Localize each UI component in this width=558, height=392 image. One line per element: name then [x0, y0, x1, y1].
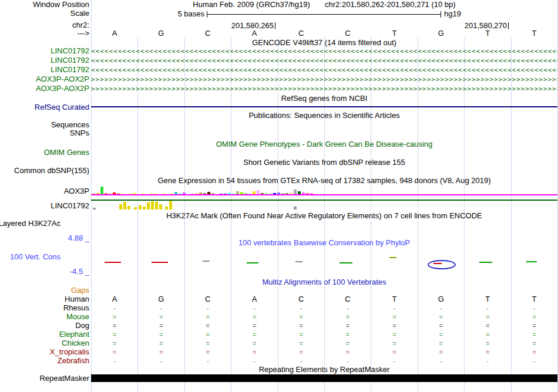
gtex-tissue-bar[interactable] [159, 204, 162, 209]
multiz-alignment-cell: = [278, 330, 325, 339]
multiz-alignment-cell: = [278, 313, 325, 321]
gtex-tissue-bar[interactable] [119, 204, 122, 209]
gencode-item-strand-row[interactable]: <<<<<<<<<<<<<<<<<<<<<<<<<<<<<<<<<<<<<<<<… [91, 47, 557, 56]
multiz-alignment-cell: = [464, 322, 511, 330]
phylop-tick[interactable] [152, 262, 168, 263]
phylop-track-header[interactable]: 100 vertebrates Basewise Conservation by… [91, 239, 557, 247]
gencode-item-label[interactable]: LINC01792 [51, 56, 89, 65]
gencode-track-header[interactable]: GENCODE V49lift37 (14 items filtered out… [91, 39, 557, 47]
multiz-alignment-cell: = [324, 330, 371, 339]
phylop-tick[interactable] [526, 261, 537, 262]
multiz-alignment-cell: = [464, 348, 511, 356]
multiz-alignment-cell: - [464, 357, 511, 365]
repeatmasker-label[interactable]: RepeatMasker [39, 374, 89, 383]
gencode-item-strand-row[interactable]: <<<<<<<<<<<<<<<<<<<<<<<<<<<<<<<<<<<<<<<<… [91, 56, 557, 65]
gencode-item-strand-row[interactable]: >>>>>>>>>>>>>>>>>>>>>>>>>>>>>>>>>>>>>>>>… [91, 85, 557, 93]
repeatmasker-element-bar[interactable] [91, 374, 557, 382]
multiz-alignment-cell: C [324, 295, 371, 303]
ruler-base: C [184, 29, 231, 38]
multiz-alignment-cell: = [184, 322, 231, 330]
multiz-alignment-cell: = [511, 330, 558, 339]
multiz-species-label[interactable]: Chicken [62, 339, 89, 347]
gencode-item-label[interactable]: LINC01792 [51, 47, 89, 55]
multiz-species-label[interactable]: Zebrafish [58, 357, 89, 365]
multiz-alignment-cell: = [91, 348, 138, 356]
refseq-track-header[interactable]: RefSeq genes from NCBI [91, 94, 557, 103]
multiz-alignment-cell: = [511, 339, 558, 347]
multiz-alignment-cell: = [464, 339, 511, 347]
phylop-tick[interactable] [389, 257, 396, 258]
multiz-species-label[interactable]: Mouse [66, 313, 89, 321]
range-title: chr2:201,580,262-201,580,271 (10 bp) [325, 0, 456, 9]
coordinate-left-tick [275, 22, 275, 29]
gtex-linc01792-gene-line[interactable] [91, 200, 557, 201]
gtex-tissue-bar[interactable] [123, 202, 126, 209]
gencode-item-label[interactable]: AOX3P-AOX2P [36, 75, 89, 83]
multiz-species-label[interactable]: X_tropicalis [50, 348, 89, 356]
h3k27ac-track-header[interactable]: H3K27Ac Mark (Often Found Near Active Re… [91, 212, 557, 220]
multiz-track-header[interactable]: Multiz Alignments of 100 Vertebrates [91, 278, 557, 286]
gencode-item-label[interactable]: AOX3P-AOX2P [36, 85, 89, 93]
gencode-item-label[interactable]: LINC01792 [51, 66, 89, 74]
layered-h3k27ac-label[interactable]: Layered H3K27Ac [0, 219, 60, 228]
phylop-overlap-ellipse[interactable] [428, 260, 456, 269]
gtex-tissue-bar[interactable] [294, 207, 297, 209]
refseq-gene-line[interactable] [91, 106, 557, 107]
ruler-base: C [278, 29, 325, 38]
omim-track-header[interactable]: OMIM Gene Phenotypes - Dark Green Can Be… [91, 140, 557, 148]
multiz-species-label[interactable]: Dog [75, 322, 89, 330]
publications-track-header[interactable]: Publications: Sequences in Scientific Ar… [91, 111, 557, 120]
multiz-alignment-cell: = [324, 313, 371, 321]
gtex-tissue-bar[interactable] [93, 208, 96, 209]
dbsnp-track-header[interactable]: Short Genetic Variants from dbSNP releas… [91, 158, 557, 167]
gtex-tissue-bar[interactable] [134, 207, 137, 209]
gtex-aox3p-gene-line[interactable] [91, 194, 557, 195]
gtex-track-header[interactable]: Gene Expression in 54 tissues from GTEx … [91, 177, 557, 185]
multiz-alignment-cell: A [231, 295, 278, 303]
gtex-linc01792-label[interactable]: LINC01792 [51, 202, 89, 210]
chrom-label: chr2: [72, 21, 89, 29]
multiz-alignment-cell: = [371, 348, 418, 356]
phylop-tick[interactable] [247, 262, 258, 263]
multiz-species-label[interactable]: Human [65, 295, 89, 303]
phylop-tick[interactable] [295, 261, 302, 262]
gtex-aox3p-label[interactable]: AOX3P [64, 187, 89, 195]
gencode-item-strand-row[interactable]: >>>>>>>>>>>>>>>>>>>>>>>>>>>>>>>>>>>>>>>>… [91, 75, 557, 84]
ucsc-genome-browser-view: Window Position Human Feb. 2009 (GRCh37/… [0, 0, 558, 392]
multiz-alignment-cell: = [137, 348, 184, 356]
common-dbsnp-label[interactable]: Common dbSNP(155) [14, 167, 89, 175]
gtex-tissue-bar[interactable] [127, 206, 130, 209]
repeatmasker-track-header[interactable]: Repeating Elements by RepeatMasker [91, 366, 557, 374]
phylop-tick[interactable] [105, 262, 121, 263]
multiz-alignment-cell: = [418, 330, 465, 339]
sequences-track-label[interactable]: Sequences [51, 121, 89, 129]
phylop-tick[interactable] [203, 261, 210, 262]
multiz-species-label[interactable]: Elephant [59, 330, 89, 339]
gtex-tissue-bar[interactable] [100, 187, 103, 195]
multiz-alignment-cell: = [231, 339, 278, 347]
multiz-alignment-cell: = [278, 348, 325, 356]
gtex-tissue-bar[interactable] [165, 207, 168, 209]
multiz-alignment-cell: - [371, 304, 418, 312]
phylop-track-label[interactable]: 100 Vert. Cons [10, 253, 60, 261]
multiz-alignment-cell: - [137, 357, 184, 365]
omim-genes-label[interactable]: OMIM Genes [44, 148, 89, 157]
snps-track-label[interactable]: SNPs [70, 129, 89, 137]
gencode-item-strand-row[interactable]: <<<<<<<<<<<<<<<<<<<<<<<<<<<<<<<<<<<<<<<<… [91, 66, 557, 75]
gtex-tissue-bar[interactable] [169, 201, 172, 209]
gtex-tissue-bar[interactable] [147, 202, 150, 209]
ruler-base: T [371, 29, 418, 38]
multiz-species-label[interactable]: Rhesus [63, 304, 89, 312]
gtex-tissue-bar[interactable] [155, 202, 158, 209]
phylop-tick[interactable] [339, 262, 352, 263]
multiz-alignment-cell: = [418, 339, 465, 347]
gtex-tissue-bar[interactable] [143, 207, 146, 209]
multiz-gaps-label[interactable]: Gaps [71, 286, 89, 295]
refseq-curated-label[interactable]: RefSeq Curated [35, 103, 89, 111]
phylop-tick[interactable] [479, 262, 492, 263]
assembly-tag: hg19 [444, 9, 461, 18]
multiz-alignment-cell: - [511, 357, 558, 365]
multiz-alignment-cell: = [231, 322, 278, 330]
gtex-tissue-bar[interactable] [139, 205, 142, 209]
gtex-tissue-bar[interactable] [151, 201, 154, 209]
